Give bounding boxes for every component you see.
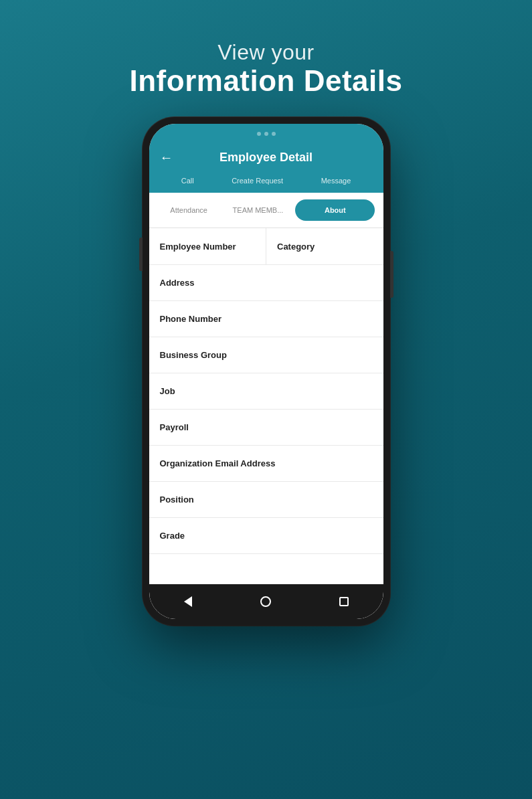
phone-screen: ← Employee Detail Call Create Request Me… [149,124,383,619]
header-subtitle: View your [130,40,403,65]
field-employee-number: Employee Number [149,228,267,264]
tab-attendance[interactable]: Attendance [157,201,221,219]
field-row-org-email: Organization Email Address [149,446,383,482]
back-button[interactable]: ← [160,150,173,165]
header-title: Information Details [130,65,403,97]
business-group-label: Business Group [160,350,227,360]
app-title: Employee Detail [219,151,313,165]
payroll-label: Payroll [160,422,189,432]
create-request-action[interactable]: Create Request [232,177,283,185]
category-label: Category [277,242,315,252]
notch-dot-3 [272,132,276,136]
address-label: Address [160,278,195,288]
app-header: ← Employee Detail [149,144,383,173]
job-label: Job [160,386,175,396]
tab-about[interactable]: About [295,199,375,221]
home-circle-icon [260,596,271,607]
notch [257,132,276,136]
field-row-business-group: Business Group [149,337,383,373]
content-area: Employee Number Category Address Phone N… [149,228,383,584]
field-row-position: Position [149,482,383,518]
tab-bar: Attendance TEAM MEMB... About [149,193,383,228]
field-row-emp-category: Employee Number Category [149,228,383,265]
phone-mockup: ← Employee Detail Call Create Request Me… [143,117,390,626]
call-action[interactable]: Call [181,177,194,185]
field-row-phone: Phone Number [149,301,383,337]
back-triangle-icon [184,596,192,607]
field-row-job: Job [149,373,383,410]
phone-label: Phone Number [160,314,221,324]
page-header: View your Information Details [130,40,403,97]
nav-home-button[interactable] [256,592,276,612]
bottom-nav [149,584,383,619]
action-row: Call Create Request Message [149,173,383,193]
position-label: Position [160,495,194,505]
employee-number-label: Employee Number [160,242,236,252]
phone-status-bar [149,124,383,144]
grade-label: Grade [160,531,185,541]
message-action[interactable]: Message [321,177,351,185]
field-row-address: Address [149,265,383,301]
nav-recent-button[interactable] [334,592,354,612]
field-row-payroll: Payroll [149,410,383,446]
notch-dot-1 [257,132,261,136]
field-category: Category [266,228,383,264]
tab-team-members[interactable]: TEAM MEMB... [226,201,290,219]
notch-dot-2 [264,132,268,136]
nav-back-button[interactable] [178,592,198,612]
recent-square-icon [339,597,349,606]
field-row-grade: Grade [149,518,383,554]
org-email-label: Organization Email Address [160,458,276,468]
